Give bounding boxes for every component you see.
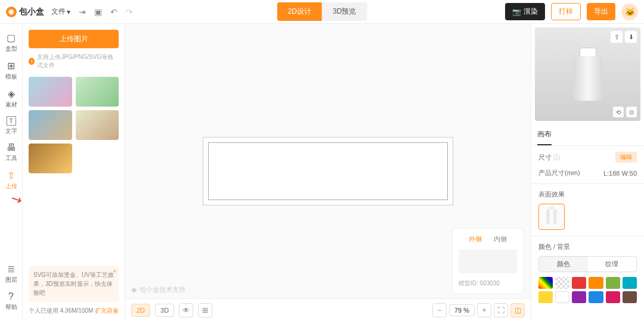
upload-panel: 上传图片 !支持上传JPG/PNG/SVG等格式文件 × SVG可添加烫金、UV… [23,24,125,321]
bottle-model [573,48,603,101]
edit-size-button[interactable]: 编辑 [615,152,637,163]
preview-3d[interactable]: ⇪⬇ ⟲⊙ [535,27,640,121]
tab-outer-side[interactable]: 外侧 [469,235,482,244]
info-icon: ! [29,58,35,65]
rotate-icon[interactable]: ⟲ [613,107,624,117]
layers-icon: ≣ [7,263,15,275]
material-icon: ◈ [8,88,15,99]
color-swatch[interactable] [538,291,553,303]
tab-color[interactable]: 颜色 [539,257,588,272]
top-toolbar-icons: ⇥ ▣ ↶ ↷ [79,7,133,17]
thumbnail[interactable] [76,77,119,107]
help-icon: ? [8,291,14,302]
main: ▢盒型 ⊞模板 ◈素材 T文字 🖶工具 ⇧上传 ≣图层 ?帮助 ↘ 上传图片 !… [0,24,644,321]
surface-effect-label: 表面效果 [538,190,637,199]
thumbnail[interactable] [76,110,119,140]
eye-icon[interactable]: 👁 [179,303,193,317]
model-id: 模型ID: 503030 [459,279,517,288]
export-button[interactable]: 导出 [587,3,615,20]
canvas-bottom-bar: 2D 3D 👁 ⊞ − 79 % + ⛶ ◫ [125,298,531,321]
storage-info: 个人已使用 4.36M/100M 扩充容量 [29,307,119,315]
download-icon[interactable]: ⬇ [625,31,637,43]
right-panel-tabs: 画布 [531,124,644,146]
color-swatch[interactable] [623,277,637,289]
color-swatches [538,277,637,303]
close-icon[interactable]: × [113,267,116,276]
sample-button[interactable]: 打样 [551,3,581,20]
color-swatch[interactable] [555,291,569,303]
tab-canvas-props[interactable]: 画布 [537,124,552,145]
color-swatch[interactable] [538,277,553,289]
view-3d-button[interactable]: 3D [155,304,174,317]
topbar-right: 📷渲染 打样 导出 🐱 [505,3,638,20]
color-swatch[interactable] [555,277,569,289]
thumbnail[interactable] [29,110,72,140]
color-swatch[interactable] [572,277,586,289]
upload-image-button[interactable]: 上传图片 [29,30,119,48]
zoom-out-button[interactable]: − [432,303,447,317]
info-icon[interactable]: ⓘ [553,154,560,161]
reset-icon[interactable]: ⊙ [626,107,637,117]
color-swatch[interactable] [589,277,603,289]
canvas-area[interactable]: ◉包小盒技术支持 外侧 内侧 模型ID: 503030 2D 3D 👁 ⊞ − … [125,24,531,321]
tab-inner-side[interactable]: 内侧 [494,235,507,244]
brand-name: 包小盒 [19,7,44,17]
view-2d-button[interactable]: 2D [131,304,150,317]
color-swatch[interactable] [589,291,603,303]
logo[interactable]: ◉ 包小盒 [6,7,44,17]
file-menu[interactable]: 文件 ▾ [51,7,70,17]
import-icon[interactable]: ⇥ [79,7,86,17]
size-section: 尺寸 ⓘ 编辑 产品尺寸(mm) L:188 W:50 [531,146,644,184]
fit-icon[interactable]: ⛶ [494,303,508,317]
redo-icon[interactable]: ↷ [126,7,133,17]
artboard[interactable] [203,137,453,205]
color-swatch[interactable] [606,291,620,303]
side-preview[interactable] [459,250,517,273]
color-swatch[interactable] [572,291,586,303]
color-bg-label: 颜色 / 背景 [538,242,637,251]
save-icon[interactable]: ▣ [94,7,102,17]
text-icon: T [7,116,16,126]
sidebar-item-tools[interactable]: 🖶工具 [0,139,22,166]
grid-icon[interactable]: ⊞ [198,303,212,317]
sidebar-item-box[interactable]: ▢盒型 [0,29,22,57]
right-panel: ⇪⬇ ⟲⊙ 画布 尺寸 ⓘ 编辑 产品尺寸(mm) L:188 W:50 表面效… [531,24,644,321]
camera-icon: 📷 [512,8,521,16]
zoom-value[interactable]: 79 % [449,304,475,316]
product-size-value: L:188 W:50 [603,170,637,177]
logo-icon: ◉ [6,7,17,17]
zoom-in-button[interactable]: + [477,303,491,317]
surface-effect-section: 表面效果 [531,184,644,236]
template-icon: ⊞ [7,60,15,71]
sidebar-item-upload[interactable]: ⇧上传 [0,166,22,194]
tab-3d-preview[interactable]: 3D预览 [322,2,367,21]
avatar[interactable]: 🐱 [621,4,638,20]
color-swatch[interactable] [606,277,620,289]
sidebar-item-help[interactable]: ?帮助 [0,288,22,315]
upload-hint: !支持上传JPG/PNG/SVG等格式文件 [29,53,119,70]
artboard-inner [208,142,448,200]
surface-effect-thumb[interactable] [538,204,565,230]
tools-icon: 🖶 [7,142,16,153]
expand-storage-link[interactable]: 扩充容量 [95,307,119,315]
tab-2d-design[interactable]: 2D设计 [277,2,322,21]
sidebar: ▢盒型 ⊞模板 ◈素材 T文字 🖶工具 ⇧上传 ≣图层 ?帮助 [0,24,23,321]
color-texture-tabs: 颜色 纹理 [538,256,637,272]
color-swatch[interactable] [623,291,637,303]
sidebar-item-layers[interactable]: ≣图层 [0,260,22,288]
undo-icon[interactable]: ↶ [110,7,117,17]
render-button[interactable]: 📷渲染 [505,3,545,20]
thumbnail[interactable] [29,144,72,173]
sidebar-item-text[interactable]: T文字 [0,113,22,139]
watermark: ◉包小盒技术支持 [131,285,185,294]
sidebar-item-material[interactable]: ◈素材 [0,85,22,113]
tab-texture[interactable]: 纹理 [588,257,637,272]
sides-panel: 外侧 内侧 模型ID: 503030 [452,228,524,294]
share-icon[interactable]: ⇪ [611,31,623,43]
cube-icon[interactable]: ◫ [510,303,525,317]
topbar: ◉ 包小盒 文件 ▾ ⇥ ▣ ↶ ↷ 2D设计 3D预览 📷渲染 打样 导出 🐱 [0,0,644,24]
sidebar-item-template[interactable]: ⊞模板 [0,57,22,85]
logo-icon: ◉ [131,286,137,294]
thumbnail[interactable] [29,77,72,107]
tip-box: × SVG可添加烫金、UV等工艺效果，3D预览实时显示，快去体验吧 [29,266,119,302]
